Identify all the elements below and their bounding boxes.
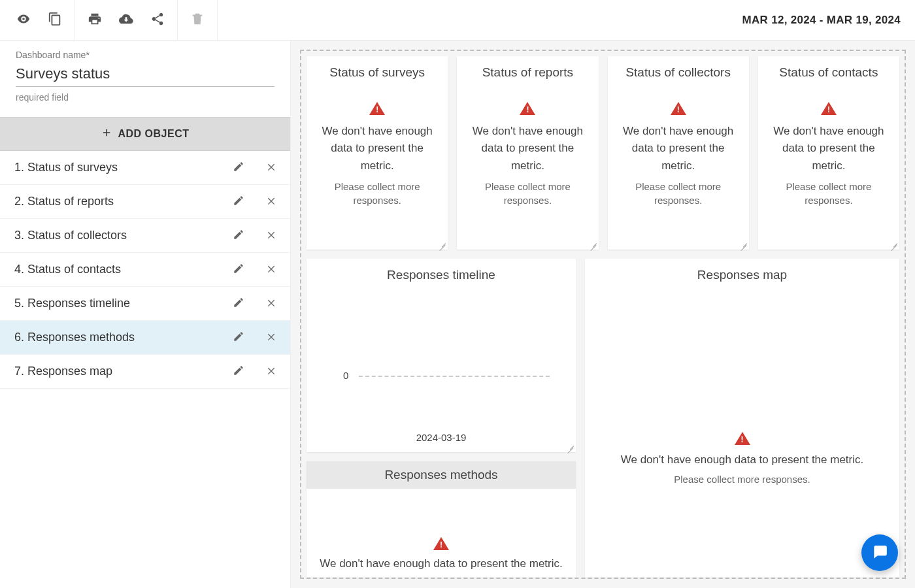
remove-object-button[interactable] [264,161,278,175]
dashboard-canvas: Status of surveys We don't have enough d… [291,41,915,588]
no-data-sub: Please collect more responses. [767,180,890,207]
widget-responses-map[interactable]: Responses map We don't have enough data … [585,259,899,578]
chart-baseline [359,376,550,377]
widget-responses-timeline[interactable]: Responses timeline 0 2024-03-19 [307,259,576,452]
dashboard-name-label: Dashboard name* [16,50,274,60]
dashboard-name-input[interactable] [16,64,274,87]
warning-icon [735,432,750,445]
edit-object-button[interactable] [231,297,246,311]
edit-object-button[interactable] [231,195,246,209]
resize-handle[interactable] [567,443,574,451]
print-icon [88,12,102,29]
resize-handle[interactable] [740,240,748,248]
object-item-label: 3. Status of collectors [14,229,231,242]
edit-object-button[interactable] [231,331,246,345]
required-helper-text: required field [16,92,274,103]
add-object-button[interactable]: ADD OBJECT [0,117,290,151]
share-button[interactable] [142,5,173,36]
resize-handle[interactable] [890,240,898,248]
edit-object-button[interactable] [231,161,246,175]
object-item-label: 1. Status of surveys [14,161,231,174]
warning-icon [821,102,837,115]
x-tick-label: 2024-03-19 [307,432,576,452]
download-button[interactable] [110,5,142,36]
edit-object-button[interactable] [231,263,246,277]
cloud-download-icon [119,12,133,29]
no-data-sub: Please collect more responses. [674,472,810,486]
close-icon [266,297,276,310]
object-list-item[interactable]: 4. Status of contacts [0,253,290,287]
object-list-item[interactable]: 1. Status of surveys [0,151,290,185]
canvas-drop-zone[interactable]: Status of surveys We don't have enough d… [300,50,906,579]
add-object-label: ADD OBJECT [118,128,189,140]
print-button[interactable] [79,5,110,36]
close-icon [266,365,276,378]
resize-handle[interactable] [439,240,446,248]
close-icon [266,263,276,276]
widget-responses-methods[interactable]: Responses methods We don't have enough d… [307,461,576,578]
no-data-message: We don't have enough data to present the… [320,555,563,572]
widget-title: Status of contacts [758,56,899,82]
trash-icon [190,12,205,29]
resize-handle[interactable] [590,240,597,248]
share-icon [150,12,165,29]
edit-object-button[interactable] [231,229,246,243]
object-list-item[interactable]: 5. Responses timeline [0,287,290,321]
pencil-icon [233,331,244,345]
chat-launcher[interactable] [861,534,898,571]
close-icon [266,229,276,242]
object-list-item[interactable]: 6. Responses methods [0,321,290,355]
pencil-icon [233,297,244,311]
object-list-item[interactable]: 3. Status of collectors [0,219,290,253]
object-list-item[interactable]: 7. Responses map [0,355,290,389]
object-item-label: 4. Status of contacts [14,263,231,276]
remove-object-button[interactable] [264,331,278,345]
widget-title: Status of collectors [608,56,749,82]
topbar: MAR 12, 2024 - MAR 19, 2024 [0,0,915,41]
widget-status-contacts[interactable]: Status of contacts We don't have enough … [758,56,899,250]
close-icon [266,195,276,208]
object-item-label: 5. Responses timeline [14,297,231,310]
timeline-chart: 0 [307,285,576,432]
copy-button[interactable] [39,5,71,36]
pencil-icon [233,161,244,175]
edit-object-button[interactable] [231,365,246,379]
no-data-sub: Please collect more responses. [466,180,589,207]
no-data-message: We don't have enough data to present the… [316,123,439,174]
plus-icon [101,127,112,141]
date-range-picker[interactable]: MAR 12, 2024 - MAR 19, 2024 [742,14,901,27]
sidebar: Dashboard name* required field ADD OBJEC… [0,41,291,588]
y-tick-label: 0 [343,370,348,381]
widget-status-reports[interactable]: Status of reports We don't have enough d… [457,56,598,250]
warning-icon [433,537,449,550]
remove-object-button[interactable] [264,195,278,209]
object-item-label: 6. Responses methods [14,331,231,344]
warning-icon [520,102,535,115]
pencil-icon [233,229,244,243]
delete-button[interactable] [182,5,213,36]
warning-icon [671,102,686,115]
copy-icon [48,12,62,29]
preview-button[interactable] [8,5,39,36]
remove-object-button[interactable] [264,297,278,311]
object-item-label: 7. Responses map [14,365,231,378]
no-data-message: We don't have enough data to present the… [767,123,890,174]
remove-object-button[interactable] [264,263,278,277]
chat-icon [871,543,888,563]
warning-icon [369,102,385,115]
object-list-item[interactable]: 2. Status of reports [0,185,290,219]
remove-object-button[interactable] [264,365,278,379]
widget-title: Status of reports [457,56,598,82]
no-data-message: We don't have enough data to present the… [621,451,864,468]
topbar-actions [0,0,218,40]
no-data-sub: Please collect more responses. [617,180,740,207]
no-data-message: We don't have enough data to present the… [466,123,589,174]
no-data-message: We don't have enough data to present the… [617,123,740,174]
widget-status-collectors[interactable]: Status of collectors We don't have enoug… [608,56,749,250]
close-icon [266,331,276,344]
eye-icon [16,12,31,29]
widget-title: Responses map [585,259,899,285]
widget-status-surveys[interactable]: Status of surveys We don't have enough d… [307,56,448,250]
close-icon [266,161,276,174]
remove-object-button[interactable] [264,229,278,243]
